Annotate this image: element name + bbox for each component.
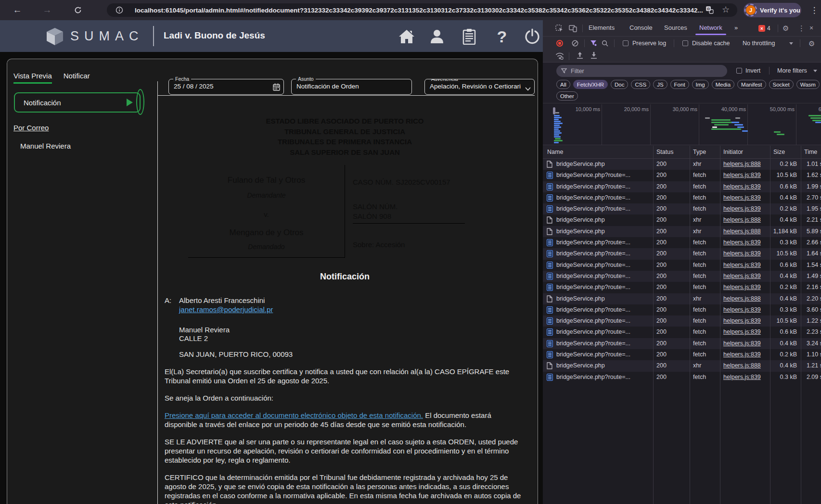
site-info-icon[interactable] — [115, 6, 123, 14]
network-settings-gear-icon[interactable]: ⚙ — [808, 39, 815, 48]
network-request-row[interactable]: bridgeService.php?route=...200fetchhelpe… — [543, 203, 821, 214]
more-filters-button[interactable]: More filters — [777, 67, 807, 74]
devtools-menu-icon[interactable]: ⋮ — [798, 24, 805, 33]
column-header-status[interactable]: Status — [656, 149, 673, 155]
import-har-icon[interactable] — [577, 52, 583, 60]
network-request-row[interactable]: bridgeService.php200xhrhelpers.js:8881,1… — [543, 226, 821, 237]
network-request-row[interactable]: bridgeService.php?route=...200fetchhelpe… — [543, 170, 821, 181]
network-request-row[interactable]: bridgeService.php?route=...200fetchhelpe… — [543, 181, 821, 192]
forward-icon[interactable]: → — [41, 4, 53, 16]
address-bar[interactable]: localhost:61045/portal/admin.html#/notif… — [107, 3, 737, 17]
back-icon[interactable]: ← — [12, 4, 23, 16]
addressee-email-link[interactable]: janet.ramos@poderjudicial.pr — [179, 305, 273, 314]
tab-vista-previa[interactable]: Vista Previa — [13, 72, 52, 84]
invert-checkbox[interactable] — [736, 68, 742, 74]
network-request-row[interactable]: bridgeService.php?route=...200fetchhelpe… — [543, 248, 821, 259]
network-conditions-icon[interactable] — [555, 52, 564, 60]
devtools-tab-console[interactable]: Console — [629, 24, 653, 31]
request-initiator-link[interactable]: helpers.js:839 — [723, 262, 769, 268]
disable-cache-checkbox[interactable] — [682, 40, 688, 46]
network-request-row[interactable]: bridgeService.php?route=...200fetchhelpe… — [543, 192, 821, 203]
network-request-row[interactable]: bridgeService.php?route=...200fetchhelpe… — [543, 304, 821, 315]
request-initiator-link[interactable]: helpers.js:888 — [723, 216, 769, 223]
request-initiator-link[interactable]: helpers.js:839 — [723, 351, 769, 358]
request-initiator-link[interactable]: helpers.js:888 — [723, 161, 769, 167]
settings-gear-icon[interactable]: ⚙ — [783, 24, 789, 33]
request-initiator-link[interactable]: helpers.js:839 — [723, 374, 769, 380]
help-icon[interactable]: ? — [492, 28, 512, 45]
search-icon[interactable] — [602, 40, 608, 47]
filter-chip-img[interactable]: Img — [692, 80, 709, 89]
preserve-log-checkbox[interactable] — [623, 40, 629, 46]
request-initiator-link[interactable]: helpers.js:839 — [723, 172, 769, 178]
person-icon[interactable] — [427, 28, 447, 45]
por-correo-link[interactable]: Por Correo — [13, 124, 49, 132]
request-initiator-link[interactable]: helpers.js:839 — [723, 328, 769, 335]
filter-chip-manifest[interactable]: Manifest — [737, 80, 766, 89]
request-initiator-link[interactable]: helpers.js:839 — [723, 273, 769, 279]
inspect-element-icon[interactable] — [555, 25, 563, 32]
export-har-icon[interactable] — [590, 52, 597, 60]
browser-menu-icon[interactable]: ⋮ — [808, 4, 820, 16]
network-request-row[interactable]: bridgeService.php?route=...200fetchhelpe… — [543, 338, 821, 349]
network-overview-timeline[interactable]: 10,000 ms20,000 ms30,000 ms40,000 ms50,0… — [543, 103, 821, 145]
request-initiator-link[interactable]: helpers.js:839 — [723, 306, 769, 313]
filter-chip-all[interactable]: All — [556, 80, 570, 89]
advertencia-select[interactable]: Advertencia Apelación, Revisión o Certio… — [424, 79, 535, 95]
clipboard-icon[interactable] — [460, 28, 479, 45]
request-initiator-link[interactable]: helpers.js:839 — [723, 239, 769, 246]
request-initiator-link[interactable]: helpers.js:888 — [723, 362, 769, 369]
close-icon[interactable]: × — [809, 24, 813, 32]
devtools-tab-network[interactable]: Network — [699, 24, 722, 31]
request-initiator-link[interactable]: helpers.js:839 — [723, 340, 769, 347]
fecha-field[interactable]: Fecha 25 / 08 / 2025 — [168, 79, 284, 95]
filter-chip-js[interactable]: JS — [653, 80, 667, 89]
notification-button[interactable]: Notificación — [14, 92, 141, 113]
network-request-row[interactable]: bridgeService.php?route=...200fetchhelpe… — [543, 327, 821, 338]
device-toolbar-icon[interactable] — [569, 25, 577, 32]
column-header-initiator[interactable]: Initiator — [723, 149, 743, 155]
filter-chip-socket[interactable]: Socket — [769, 80, 794, 89]
overview-scroll-handle[interactable] — [553, 107, 555, 114]
filter-chip-font[interactable]: Font — [670, 80, 689, 89]
filter-chip-fetch-xhr[interactable]: Fetch/XHR — [573, 80, 608, 89]
network-request-row[interactable]: bridgeService.php200xhrhelpers.js:8880.2… — [543, 159, 821, 170]
request-initiator-link[interactable]: helpers.js:839 — [723, 205, 769, 212]
network-request-row[interactable]: bridgeService.php200xhrhelpers.js:8880.4… — [543, 214, 821, 226]
filter-chip-css[interactable]: CSS — [631, 80, 650, 89]
calendar-icon[interactable] — [273, 83, 280, 93]
request-initiator-link[interactable]: helpers.js:839 — [723, 250, 769, 257]
devtools-tab-elements[interactable]: Elements — [589, 24, 615, 31]
column-header-size[interactable]: Size — [773, 149, 785, 155]
network-request-row[interactable]: bridgeService.php?route=...200fetchhelpe… — [543, 372, 821, 383]
devtools-tab-sources[interactable]: Sources — [664, 24, 687, 31]
home-icon[interactable] — [397, 28, 416, 45]
filter-chip-wasm[interactable]: Wasm — [796, 80, 820, 89]
filter-chip-media[interactable]: Media — [712, 80, 734, 89]
network-request-row[interactable]: bridgeService.php?route=...200fetchhelpe… — [543, 349, 821, 360]
more-tabs-icon[interactable]: » — [734, 24, 738, 31]
tab-notificar[interactable]: Notificar — [64, 72, 90, 84]
reload-icon[interactable] — [72, 4, 84, 16]
network-request-row[interactable]: bridgeService.php?route=...200fetchhelpe… — [543, 260, 821, 271]
filter-chip-doc[interactable]: Doc — [611, 80, 628, 89]
request-initiator-link[interactable]: helpers.js:839 — [723, 194, 769, 201]
document-access-link[interactable]: Presione aquí para acceder al documento … — [165, 411, 423, 419]
network-request-row[interactable]: bridgeService.php?route=...200fetchhelpe… — [543, 271, 821, 282]
column-header-time[interactable]: Time — [804, 149, 817, 155]
power-icon[interactable] — [523, 28, 542, 45]
filter-input[interactable]: Filter — [556, 65, 727, 77]
record-network-icon[interactable] — [556, 40, 563, 47]
network-request-row[interactable]: bridgeService.php?route=...200fetchhelpe… — [543, 315, 821, 327]
network-request-row[interactable]: bridgeService.php200xhrhelpers.js:8880.4… — [543, 293, 821, 304]
request-initiator-link[interactable]: helpers.js:888 — [723, 228, 769, 235]
error-badge[interactable]: × 4 — [758, 25, 770, 32]
filter-funnel-icon[interactable] — [590, 40, 597, 46]
network-request-row[interactable]: bridgeService.php?route=...200fetchhelpe… — [543, 282, 821, 293]
request-initiator-link[interactable]: helpers.js:839 — [723, 183, 769, 190]
verify-profile-button[interactable]: J Verify it's you — [744, 3, 801, 17]
column-header-type[interactable]: Type — [693, 149, 706, 155]
request-initiator-link[interactable]: helpers.js:888 — [723, 295, 769, 302]
request-initiator-link[interactable]: helpers.js:839 — [723, 284, 769, 290]
column-header-name[interactable]: Name — [547, 149, 563, 155]
